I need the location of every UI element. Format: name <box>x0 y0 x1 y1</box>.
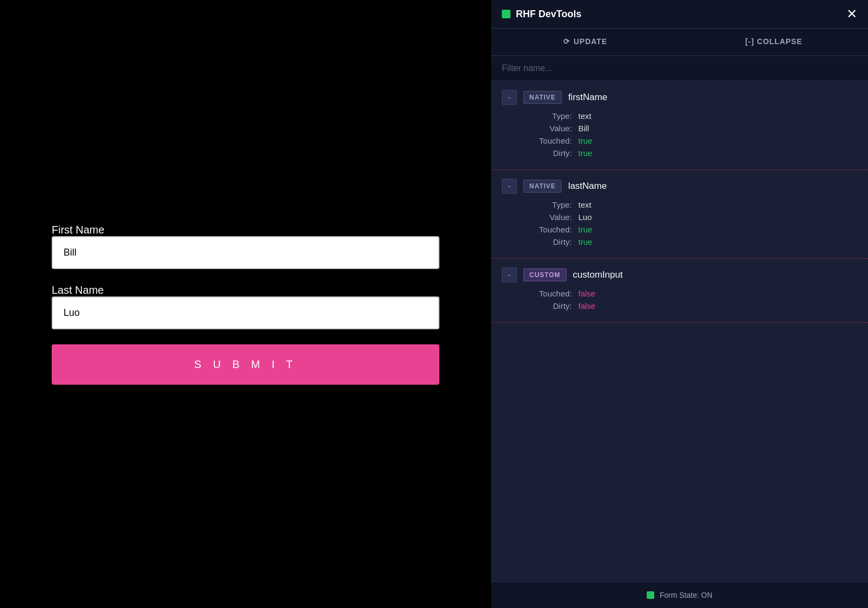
prop-val-dirty-ln: true <box>578 237 592 246</box>
badge-custom-custominput: CUSTOM <box>523 268 566 281</box>
devtools-title: RHF DevTools <box>516 9 582 20</box>
field-props-custominput: Touched: false Dirty: false <box>502 289 857 310</box>
field-entry-firstname: - NATIVE firstName Type: text Value: Bil… <box>491 81 868 170</box>
prop-row-dirty-firstname: Dirty: true <box>523 149 857 158</box>
prop-row-touched-firstname: Touched: true <box>523 136 857 145</box>
field-entry-lastname: - NATIVE lastName Type: text Value: Luo … <box>491 170 868 259</box>
prop-val-type-ln: text <box>578 200 591 209</box>
form-area: First Name Last Name S U B M I T <box>0 0 491 608</box>
devtools-toolbar: ⟳ UPDATE [-] COLLAPSE <box>491 29 868 56</box>
prop-key-value: Value: <box>523 124 572 133</box>
close-button[interactable]: ✕ <box>846 8 857 20</box>
last-name-label: Last Name <box>52 284 104 296</box>
prop-row-type-firstname: Type: text <box>523 111 857 121</box>
prop-row-value-lastname: Value: Luo <box>523 213 857 222</box>
prop-val-touched: true <box>578 136 592 145</box>
field-name-custominput: customInput <box>573 270 623 280</box>
prop-row-touched-lastname: Touched: true <box>523 225 857 234</box>
prop-val-touched-ci: false <box>578 289 596 298</box>
field-entry-custominput: - CUSTOM customInput Touched: false Dirt… <box>491 259 868 323</box>
field-header-lastname: - NATIVE lastName <box>502 179 857 194</box>
prop-row-type-lastname: Type: text <box>523 200 857 209</box>
update-label: UPDATE <box>573 37 607 46</box>
devtools-title-group: RHF DevTools <box>502 9 582 20</box>
prop-val-touched-ln: true <box>578 225 592 234</box>
prop-val-value-ln: Luo <box>578 213 592 222</box>
collapse-btn-firstname[interactable]: - <box>502 90 517 105</box>
prop-val-value: Bill <box>578 124 589 133</box>
update-icon: ⟳ <box>563 37 570 46</box>
prop-key-touched-ln: Touched: <box>523 225 572 234</box>
green-dot-icon <box>502 10 510 18</box>
submit-button[interactable]: S U B M I T <box>52 344 439 385</box>
prop-row-dirty-lastname: Dirty: true <box>523 237 857 246</box>
filter-input[interactable] <box>491 56 868 81</box>
prop-val-type: text <box>578 111 591 121</box>
prop-key-type-ln: Type: <box>523 200 572 209</box>
badge-native-lastname: NATIVE <box>523 180 562 193</box>
field-header-custominput: - CUSTOM customInput <box>502 267 857 282</box>
field-props-lastname: Type: text Value: Luo Touched: true Dirt… <box>502 200 857 246</box>
collapse-button[interactable]: [-] COLLAPSE <box>680 29 868 55</box>
prop-val-dirty: true <box>578 149 592 158</box>
form-container: First Name Last Name S U B M I T <box>52 224 439 385</box>
first-name-label: First Name <box>52 224 104 236</box>
collapse-btn-custominput[interactable]: - <box>502 267 517 282</box>
field-header-firstname: - NATIVE firstName <box>502 90 857 105</box>
collapse-label: [-] COLLAPSE <box>745 37 802 46</box>
form-state-dot-icon <box>647 591 654 599</box>
prop-key-touched-ci: Touched: <box>523 289 572 298</box>
prop-row-value-firstname: Value: Bill <box>523 124 857 133</box>
collapse-btn-lastname[interactable]: - <box>502 179 517 194</box>
prop-key-touched: Touched: <box>523 136 572 145</box>
last-name-input[interactable] <box>52 296 439 329</box>
prop-row-touched-custominput: Touched: false <box>523 289 857 298</box>
first-name-input[interactable] <box>52 236 439 269</box>
prop-val-dirty-ci: false <box>578 301 596 310</box>
prop-row-dirty-custominput: Dirty: false <box>523 301 857 310</box>
field-name-firstname: firstName <box>568 92 607 103</box>
form-state-label: Form State: ON <box>660 591 712 599</box>
devtools-header: RHF DevTools ✕ <box>491 0 868 29</box>
devtools-footer: Form State: ON <box>491 582 868 608</box>
prop-key-value-ln: Value: <box>523 213 572 222</box>
badge-native-firstname: NATIVE <box>523 91 562 104</box>
fields-list: - NATIVE firstName Type: text Value: Bil… <box>491 81 868 608</box>
prop-key-dirty: Dirty: <box>523 149 572 158</box>
devtools-panel: RHF DevTools ✕ ⟳ UPDATE [-] COLLAPSE - N… <box>491 0 868 608</box>
field-props-firstname: Type: text Value: Bill Touched: true Dir… <box>502 111 857 158</box>
field-name-lastname: lastName <box>568 181 607 192</box>
prop-key-type: Type: <box>523 111 572 121</box>
prop-key-dirty-ci: Dirty: <box>523 301 572 310</box>
update-button[interactable]: ⟳ UPDATE <box>491 29 680 55</box>
prop-key-dirty-ln: Dirty: <box>523 237 572 246</box>
